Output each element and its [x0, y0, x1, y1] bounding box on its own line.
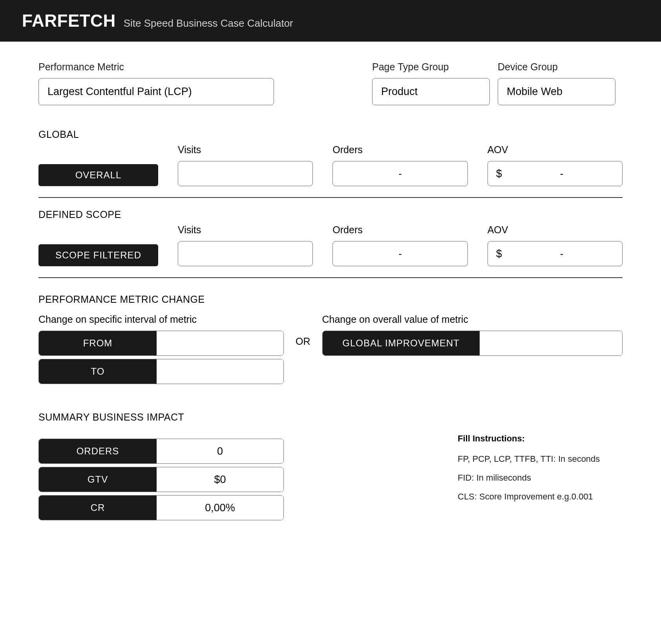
global-visits-input[interactable] — [178, 161, 313, 186]
scope-visits-label: Visits — [178, 224, 313, 236]
summary-orders-row: ORDERS 0 — [38, 439, 284, 464]
to-input[interactable] — [157, 359, 284, 384]
global-aov-input[interactable] — [488, 161, 623, 186]
interval-change-label: Change on specific interval of metric — [38, 314, 284, 325]
summary-cr-row: CR 0,00% — [38, 495, 284, 520]
instructions-title: Fill Instructions: — [458, 434, 623, 444]
fill-instructions: Fill Instructions: FP, PCP, LCP, TTFB, T… — [458, 412, 623, 520]
or-separator: OR — [296, 314, 310, 347]
global-orders-label: Orders — [332, 144, 467, 156]
instruction-line: FID: In miliseconds — [458, 473, 623, 483]
device-select[interactable] — [498, 78, 615, 105]
summary-gtv-label: GTV — [39, 467, 157, 492]
performance-change-heading: PERFORMANCE METRIC CHANGE — [38, 294, 623, 305]
scope-aov-input[interactable] — [488, 241, 623, 266]
summary-cr-label: CR — [39, 496, 157, 520]
instruction-line: FP, PCP, LCP, TTFB, TTI: In seconds — [458, 454, 623, 464]
summary-gtv-row: GTV $0 — [38, 467, 284, 492]
logo: FARFETCH — [22, 11, 116, 31]
scope-orders-label: Orders — [332, 224, 467, 236]
divider — [38, 197, 623, 198]
global-visits-label: Visits — [178, 144, 313, 156]
from-label: FROM — [39, 331, 157, 355]
summary-orders-label: ORDERS — [39, 439, 157, 463]
app-header: FARFETCH Site Speed Business Case Calcul… — [0, 0, 661, 42]
page-title: Site Speed Business Case Calculator — [124, 17, 293, 29]
summary-cr-value: 0,00% — [157, 496, 283, 520]
summary-orders-value: 0 — [157, 439, 283, 463]
scope-filtered-badge: SCOPE FILTERED — [38, 244, 158, 266]
global-heading: GLOBAL — [38, 129, 623, 140]
performance-metric-select[interactable] — [38, 78, 274, 105]
summary-gtv-value: $0 — [157, 467, 283, 492]
summary-heading: SUMMARY BUSINESS IMPACT — [38, 412, 284, 423]
scope-orders-input[interactable] — [332, 241, 467, 266]
to-field: TO — [38, 359, 284, 384]
global-row: OVERALL Visits Orders AOV $ — [38, 144, 623, 197]
global-improvement-label: GLOBAL IMPROVEMENT — [323, 331, 480, 355]
metric-label: Performance Metric — [38, 61, 274, 73]
global-improvement-field: GLOBAL IMPROVEMENT — [322, 331, 623, 356]
summary-section: SUMMARY BUSINESS IMPACT ORDERS 0 GTV $0 … — [38, 412, 623, 520]
from-input[interactable] — [157, 331, 284, 355]
global-orders-input[interactable] — [332, 161, 467, 186]
scope-visits-input[interactable] — [178, 241, 313, 266]
scope-aov-label: AOV — [488, 224, 623, 236]
overall-change-label: Change on overall value of metric — [322, 314, 623, 325]
device-label: Device Group — [498, 61, 615, 73]
global-improvement-input[interactable] — [480, 331, 623, 355]
from-field: FROM — [38, 331, 284, 356]
scope-heading: DEFINED SCOPE — [38, 209, 623, 220]
instruction-line: CLS: Score Improvement e.g.0.001 — [458, 492, 623, 502]
performance-change-section: PERFORMANCE METRIC CHANGE Change on spec… — [38, 294, 623, 384]
divider — [38, 277, 623, 278]
global-aov-label: AOV — [488, 144, 623, 156]
overall-badge: OVERALL — [38, 164, 158, 186]
to-label: TO — [39, 359, 157, 384]
filters-row: Performance Metric Page Type Group Devic… — [38, 61, 623, 105]
scope-row: SCOPE FILTERED Visits Orders AOV $ — [38, 224, 623, 277]
page-type-label: Page Type Group — [372, 61, 490, 73]
page-type-select[interactable] — [372, 78, 490, 105]
